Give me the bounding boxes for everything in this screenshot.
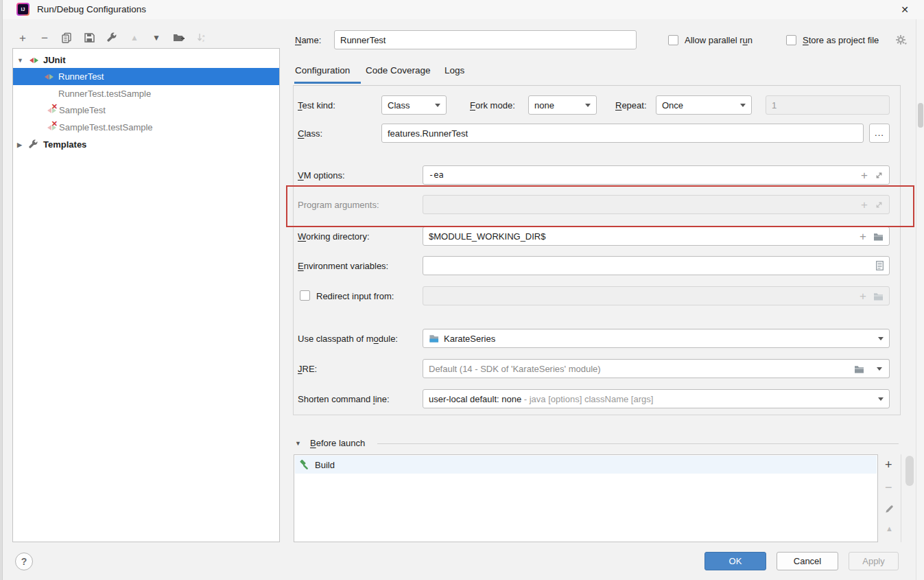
allow-parallel-run-label: Allow parallel run [685, 35, 753, 45]
tree-item-runnertest[interactable]: RunnerTest [13, 68, 279, 85]
move-up-button[interactable]: ▲ [127, 30, 142, 45]
shorten-value: user-local default: none [429, 394, 521, 404]
window-scrollbar-track[interactable] [916, 19, 924, 580]
tree-item-label: Templates [43, 139, 86, 150]
before-launch-divider [377, 443, 899, 444]
svg-text:a: a [202, 34, 205, 38]
expand-icon[interactable] [875, 171, 884, 180]
jre-dropdown-button[interactable] [870, 359, 890, 378]
chevron-expanded-icon[interactable]: ▼ [17, 57, 24, 64]
shorten-command-line-select[interactable]: user-local default: none - java [options… [423, 389, 890, 408]
repeat-count-value: 1 [772, 100, 777, 111]
sort-az-icon: a z [196, 32, 207, 43]
store-as-project-file-checkbox[interactable] [786, 35, 796, 45]
tab-logs[interactable]: Logs [445, 65, 464, 76]
tree-item-junit[interactable]: ▼ JUnit [13, 51, 279, 69]
class-input[interactable]: features.RunnerTest [381, 124, 864, 143]
chevron-down-icon [585, 104, 591, 107]
classpath-module-select[interactable]: KarateSeries [423, 329, 890, 348]
move-task-up-button[interactable]: ▲ [886, 524, 893, 533]
create-folder-button[interactable] [171, 30, 187, 45]
junit-icon [45, 73, 54, 81]
classpath-module-value: KarateSeries [444, 334, 878, 344]
vm-options-label: VM options: [298, 170, 345, 181]
browse-variables-icon[interactable] [876, 261, 884, 270]
fork-mode-label: Fork mode: [470, 100, 515, 111]
add-task-button[interactable]: + [885, 458, 892, 472]
module-icon [429, 334, 439, 343]
ok-button[interactable]: OK [704, 552, 766, 570]
jre-input[interactable]: Default (14 - SDK of 'KarateSeries' modu… [423, 359, 870, 378]
cancel-button[interactable]: Cancel [777, 552, 838, 570]
add-icon[interactable]: + [860, 231, 866, 242]
add-icon[interactable]: + [860, 290, 866, 302]
before-launch-list: Build [294, 454, 878, 542]
environment-variables-input[interactable] [423, 256, 890, 275]
before-launch-toolbar: + − ▲ [880, 454, 901, 542]
tree-item-sampletest-testsample[interactable]: ✕ SampleTest.testSample [13, 119, 279, 136]
chevron-collapsed-icon[interactable]: ▶ [17, 141, 24, 148]
panel-scrollbar-thumb[interactable] [905, 456, 914, 486]
edit-task-button[interactable] [884, 504, 895, 514]
copy-configuration-button[interactable] [59, 30, 74, 45]
folder-icon[interactable] [873, 292, 884, 301]
repeat-select[interactable]: Once [656, 95, 752, 115]
folder-icon[interactable] [854, 364, 864, 373]
logo-letters: IJ [21, 7, 25, 12]
tree-item-label: SampleTest.testSample [59, 122, 153, 132]
tab-code-coverage[interactable]: Code Coverage [366, 65, 431, 76]
help-button[interactable]: ? [15, 553, 33, 570]
tab-configuration[interactable]: Configuration [295, 65, 350, 76]
fork-mode-select[interactable]: none [528, 95, 597, 115]
chevron-down-icon [878, 337, 884, 340]
save-configuration-button[interactable] [82, 30, 97, 45]
remove-icon: − [41, 32, 48, 44]
working-directory-value: $MODULE_WORKING_DIR$ [429, 231, 860, 242]
vm-options-input[interactable]: -ea + [423, 165, 890, 185]
repeat-count-input[interactable]: 1 [766, 95, 890, 115]
before-launch-chevron-icon[interactable]: ▼ [295, 440, 301, 447]
allow-parallel-run-checkbox[interactable] [668, 35, 678, 45]
gear-icon [895, 34, 908, 46]
jre-label: JRE: [298, 364, 317, 374]
add-icon[interactable]: + [861, 199, 868, 211]
svg-text:z: z [202, 38, 204, 43]
add-icon[interactable]: + [861, 170, 868, 181]
run-debug-configurations-dialog: IJ Run/Debug Configurations ✕ + − ▲ ▼ [0, 0, 924, 580]
move-down-button[interactable]: ▼ [149, 30, 164, 45]
chevron-down-icon [877, 367, 882, 371]
active-tab-indicator [294, 82, 361, 84]
test-kind-select[interactable]: Class [381, 95, 447, 115]
window-scrollbar-thumb[interactable] [918, 103, 923, 128]
test-kind-value: Class [388, 100, 435, 111]
class-value: features.RunnerTest [388, 128, 468, 139]
build-hammer-icon [300, 459, 311, 470]
sort-configurations-button[interactable]: a z [194, 30, 209, 45]
tree-item-runnertest-testsample[interactable]: RunnerTest.testSample [13, 85, 279, 102]
close-icon[interactable]: ✕ [897, 2, 913, 17]
chevron-down-icon [435, 104, 440, 107]
add-configuration-button[interactable]: + [15, 30, 30, 45]
apply-button[interactable]: Apply [849, 552, 899, 570]
edit-templates-button[interactable] [104, 30, 119, 45]
class-browse-button[interactable]: ... [869, 124, 890, 143]
remove-configuration-button[interactable]: − [37, 30, 52, 45]
remove-task-button[interactable]: − [885, 480, 892, 495]
store-options-gear-button[interactable] [895, 34, 908, 46]
tree-item-templates[interactable]: ▶ Templates [13, 136, 279, 153]
tree-item-sampletest[interactable]: ✕ SampleTest [13, 102, 279, 119]
program-arguments-input[interactable]: + [423, 195, 890, 214]
new-folder-icon [173, 32, 185, 43]
folder-icon[interactable] [873, 232, 884, 241]
junit-icon [29, 56, 38, 65]
redirect-input-checkbox[interactable] [300, 290, 310, 301]
expand-icon[interactable] [875, 200, 884, 209]
tree-item-label: RunnerTest.testSample [58, 89, 151, 99]
redirect-input-input[interactable]: + [423, 286, 890, 305]
copy-icon [61, 32, 72, 43]
working-directory-input[interactable]: $MODULE_WORKING_DIR$ + [423, 227, 890, 246]
name-input[interactable]: RunnerTest [334, 30, 637, 49]
before-launch-item-build[interactable]: Build [295, 456, 877, 474]
window-edge [0, 0, 3, 580]
templates-wrench-icon [28, 139, 38, 150]
